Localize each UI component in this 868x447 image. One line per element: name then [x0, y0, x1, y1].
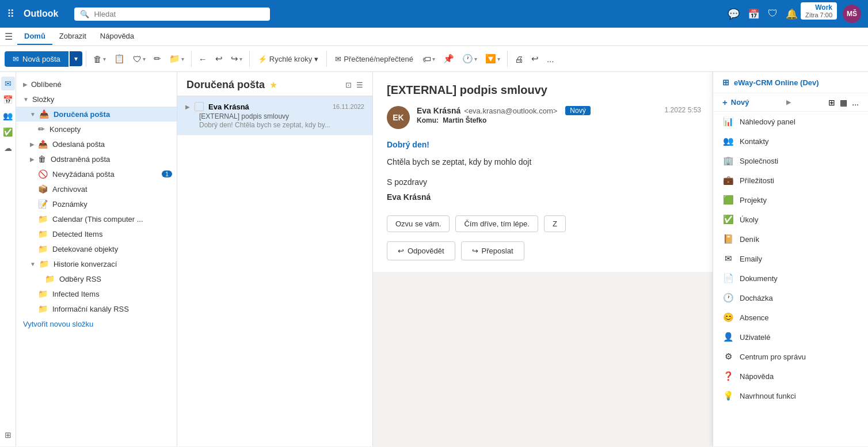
eway-projects-icon: 🟩: [722, 195, 734, 205]
eway-item-kontakty[interactable]: 👥 Kontakty: [713, 131, 868, 151]
print-btn[interactable]: 🖨: [511, 52, 527, 66]
search-input[interactable]: [94, 10, 264, 18]
eway-more-icon[interactable]: ...: [852, 98, 859, 107]
eway-grid-icon[interactable]: ⊞: [828, 98, 835, 107]
eway-contacts-icon: 👥: [722, 136, 734, 146]
eway-item-dochazka[interactable]: 🕐 Docházka: [713, 288, 868, 308]
reply-btn[interactable]: ↩: [212, 51, 226, 66]
quick-reply-2[interactable]: Čím dříve, tím lépe.: [455, 215, 538, 232]
eway-item-uzivatele[interactable]: 👤 Uživatelé: [713, 327, 868, 347]
prectene-btn[interactable]: ✉ Přečtené/nepřečtené: [330, 52, 418, 66]
sidebar-item-slozky[interactable]: ▼ Složky: [16, 92, 177, 107]
eway-item-napoveda[interactable]: ❓ Nápověda: [713, 366, 868, 386]
main-layout: ✉ 📅 👥 ✅ ☁ ⊞ ▶ Oblíbené ▼ Složky ▼ 📥 Doru…: [0, 72, 868, 446]
sidebar-item-oblibene[interactable]: ▶ Oblíbené: [16, 77, 177, 92]
nav-calendar[interactable]: 📅: [1, 93, 15, 107]
forward-btn[interactable]: ↪ ▾: [227, 51, 246, 66]
email-header: EK Eva Krásná <eva.krasna@outlook.com> N…: [387, 106, 701, 129]
ribbon-tabs: ☰ Domů Zobrazit Nápověda: [0, 28, 868, 46]
sort-mail-icon[interactable]: ☰: [356, 81, 363, 89]
sidebar-item-odberyrss[interactable]: ▶ 📁 Odběry RSS: [16, 271, 177, 286]
more-btn[interactable]: ...: [543, 52, 558, 66]
folder-icon-historiekonverzaci: 📁: [39, 259, 49, 268]
nav-apps[interactable]: ⊞: [1, 428, 15, 442]
sidebar-item-dorucena[interactable]: ▼ 📥 Doručená pošta: [16, 107, 177, 122]
nav-onedrive[interactable]: ☁: [1, 141, 15, 155]
sender-avatar: EK: [387, 106, 410, 129]
mail-item[interactable]: ▶ Eva Krásná 16.11.2022 [EXTERNAL] podpi…: [177, 96, 372, 135]
new-email-dropdown[interactable]: ▾: [70, 51, 82, 66]
sidebar-item-odstranena[interactable]: ▶ 🗑 Odstraněná pošta: [16, 151, 177, 166]
star-icon[interactable]: ★: [269, 79, 277, 90]
ribbon-hamburger[interactable]: ☰: [5, 31, 13, 42]
avatar[interactable]: MŠ: [843, 5, 861, 23]
filter-btn[interactable]: 🔽 ▾: [482, 51, 504, 66]
quick-reply-1[interactable]: Ozvu se vám.: [387, 215, 450, 232]
calendar-icon[interactable]: 📅: [748, 8, 760, 20]
eway-table-icon[interactable]: ▦: [840, 98, 847, 107]
search-box[interactable]: 🔍: [74, 7, 270, 21]
ribbon-bar: ☰ Domů Zobrazit Nápověda ✉ Nová pošta ▾ …: [0, 28, 868, 72]
tab-zobrazit[interactable]: Zobrazit: [52, 28, 93, 45]
create-folder[interactable]: Vytvořit novou složku: [16, 316, 177, 332]
app-grid-icon[interactable]: ⠿: [7, 7, 14, 20]
rychle-kroky-btn[interactable]: ⚡ Rychlé kroky ▾: [253, 52, 323, 66]
eway-item-absence[interactable]: 😊 Absence: [713, 308, 868, 327]
bell-icon[interactable]: 🔔: [786, 8, 798, 20]
eway-absence2-icon: 😊: [722, 312, 734, 323]
tab-napoveda[interactable]: Nápověda: [93, 28, 141, 45]
shield-icon[interactable]: 🛡: [768, 8, 778, 20]
move-btn[interactable]: 📁 ▾: [166, 51, 188, 66]
delete-btn[interactable]: 🗑 ▾: [90, 52, 109, 66]
undo-btn[interactable]: ↩: [528, 51, 542, 66]
email-greeting: Dobrý den!: [387, 138, 701, 151]
sidebar-item-calendar[interactable]: ▶ 📁 Calendar (This computer ...: [16, 211, 177, 226]
sidebar-item-archivovat[interactable]: ▶ 📦 Archivovat: [16, 181, 177, 196]
shield-btn[interactable]: 🛡 ▾: [130, 52, 149, 66]
eway-item-ukoly[interactable]: ✅ Úkoly: [713, 210, 868, 229]
sidebar-item-historiekonverzaci[interactable]: ▼ 📁 Historie konverzací: [16, 256, 177, 271]
email-to-name: Martin Štefko: [443, 116, 486, 124]
email-from-address: <eva.krasna@outlook.com>: [464, 107, 557, 115]
new-email-label: Nová pošta: [22, 55, 60, 63]
nav-people[interactable]: 👥: [1, 109, 15, 123]
reminder-btn[interactable]: 🕐 ▾: [459, 51, 481, 66]
eway-item-projekty[interactable]: 🟩 Projekty: [713, 190, 868, 210]
eway-item-spolecnosti[interactable]: 🏢 Společnosti: [713, 151, 868, 171]
archive-btn[interactable]: 📋: [111, 51, 128, 66]
eway-item-nahledovypanel[interactable]: 📊 Náhledový panel: [713, 112, 868, 131]
filter-mail-icon[interactable]: ⊡: [345, 81, 352, 89]
eway-item-emaily[interactable]: ✉ Emaily: [713, 249, 868, 268]
eway-item-denik[interactable]: 📔 Deník: [713, 229, 868, 249]
tags-btn[interactable]: 🏷 ▾: [419, 52, 439, 66]
reply-back-btn[interactable]: ←: [195, 52, 211, 66]
eway-new-row[interactable]: + Nový ▶ ⊞ ▦ ...: [713, 93, 868, 112]
sidebar-item-detected[interactable]: ▶ 📁 Detected Items: [16, 226, 177, 241]
quick-reply-3[interactable]: Z: [544, 215, 566, 232]
folder-title: Doručená pošta: [186, 79, 265, 91]
sidebar-item-detekovaneobjekty[interactable]: ▶ 📁 Detekované objekty: [16, 241, 177, 256]
nav-tasks[interactable]: ✅: [1, 125, 15, 139]
expand-arrow-icon: ▶: [185, 104, 190, 110]
expand-icon-slozky: ▼: [23, 96, 29, 103]
mail-checkbox[interactable]: [195, 102, 204, 111]
eway-item-navrhnout[interactable]: 💡 Navrhnout funkci: [713, 386, 868, 406]
nav-mail[interactable]: ✉: [1, 77, 15, 90]
tab-domu[interactable]: Domů: [17, 28, 52, 45]
eway-item-prilezitosti[interactable]: 💼 Příležitosti: [713, 171, 868, 190]
forward-button[interactable]: ↪ Přeposlat: [461, 241, 524, 260]
eway-item-centrum[interactable]: ⚙ Centrum pro správu: [713, 347, 868, 366]
new-email-button[interactable]: ✉ Nová pošta: [5, 51, 68, 67]
sidebar-item-odeslana[interactable]: ▶ 📤 Odeslaná pošta: [16, 137, 177, 151]
sidebar-item-koncepty[interactable]: ▶ ✏ Koncepty: [16, 122, 177, 137]
tag-btn[interactable]: ✏: [150, 51, 165, 66]
sidebar-item-nevyzadana[interactable]: ▶ 🚫 Nevyžádaná pošta 1: [16, 166, 177, 181]
reply-button[interactable]: ↩ Odpovědět: [387, 241, 455, 260]
chat-icon[interactable]: 💬: [728, 8, 740, 20]
sidebar-item-poznamky[interactable]: ▶ 📝 Poznámky: [16, 196, 177, 211]
eway-item-dokumenty[interactable]: 📄 Dokumenty: [713, 268, 868, 288]
pin-btn[interactable]: 📌: [440, 51, 458, 66]
sidebar-label-odeslana: Odeslaná pošta: [52, 140, 105, 149]
sidebar-item-infected[interactable]: ▶ 📁 Infected Items: [16, 286, 177, 301]
sidebar-item-informacnikanaly[interactable]: ▶ 📁 Informační kanály RSS: [16, 301, 177, 316]
